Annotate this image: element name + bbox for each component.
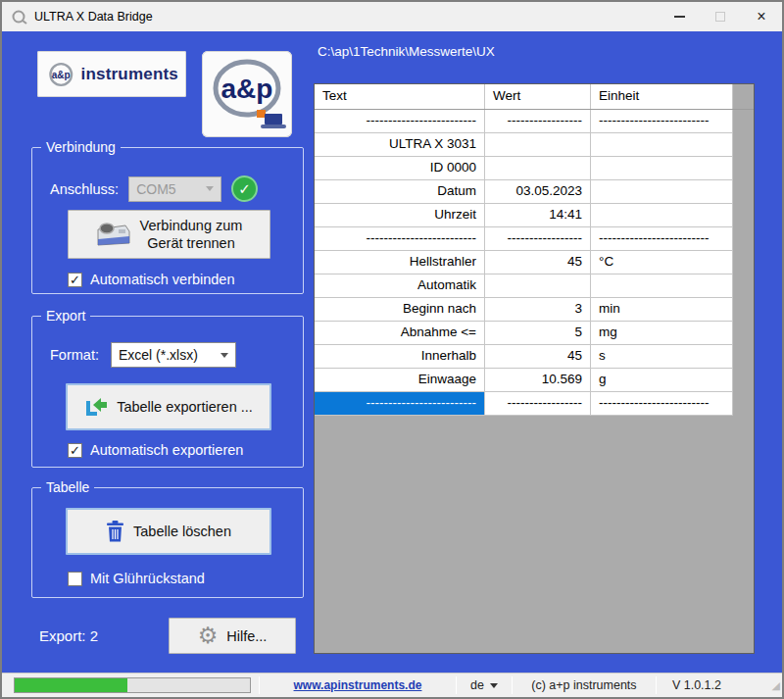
table-cell-wert[interactable]: 10.569 — [485, 369, 591, 392]
table-row: Abnahme <=5mg — [315, 322, 754, 345]
statusbar-divider — [512, 676, 513, 694]
table-cell-text[interactable]: Innerhalb — [315, 345, 485, 369]
chevron-down-icon — [220, 353, 228, 358]
statusbar-divider — [656, 676, 657, 694]
version-text: V 1.0.1.2 — [659, 678, 735, 692]
column-header-text[interactable]: Text — [315, 84, 485, 109]
resize-grip[interactable]: ◢ — [772, 679, 780, 692]
auto-connect-checkbox[interactable]: ✓ — [68, 273, 82, 287]
table-cell-einheit[interactable] — [591, 275, 733, 298]
help-button[interactable]: ⚙ Hilfe... — [169, 618, 296, 654]
measurement-table: Text Wert Einheit ----------------------… — [314, 83, 755, 654]
table-cell-wert[interactable]: 03.05.2023 — [485, 180, 591, 204]
close-button[interactable]: × — [741, 2, 782, 31]
table-cell-text[interactable]: Abnahme <= — [315, 322, 485, 345]
table-cell-einheit[interactable]: °C — [591, 251, 733, 275]
table-cell-einheit[interactable]: ------------------------- — [591, 227, 733, 251]
connection-status-icon: ✓ — [231, 175, 258, 202]
ap-ring-logo-icon: a&p — [45, 54, 77, 95]
table-row-filler — [733, 180, 754, 204]
export-table-button[interactable]: Tabelle exportieren ... — [66, 383, 271, 430]
table-cell-einheit[interactable] — [591, 157, 733, 180]
table-cell-einheit[interactable]: g — [591, 369, 733, 392]
brand-wordmark: instruments — [81, 65, 179, 84]
table-cell-text[interactable]: Beginn nach — [315, 298, 485, 322]
clear-table-button[interactable]: Tabelle löschen — [66, 508, 271, 555]
maximize-button[interactable] — [700, 2, 741, 31]
table-header-filler — [733, 84, 754, 109]
table-row: Einwaage10.569g — [315, 369, 754, 392]
gluh-checkbox[interactable] — [68, 572, 82, 586]
table-cell-text[interactable]: ------------------------- — [315, 227, 485, 251]
table-cell-wert[interactable]: ----------------- — [485, 227, 591, 251]
column-header-einheit[interactable]: Einheit — [591, 84, 733, 109]
format-select[interactable]: Excel (*.xlsx) — [111, 342, 236, 368]
table-row: ID 0000 — [315, 157, 754, 180]
table-cell-einheit[interactable]: mg — [591, 322, 733, 345]
maximize-icon — [715, 12, 725, 22]
table-row-filler — [733, 345, 754, 369]
svg-text:a&p: a&p — [221, 74, 273, 104]
table-cell-einheit[interactable]: min — [591, 298, 733, 322]
table-header: Text Wert Einheit — [315, 84, 754, 110]
table-cell-einheit[interactable]: ------------------------- — [591, 392, 733, 416]
table-cell-text[interactable]: ------------------------- — [315, 392, 485, 416]
table-cell-wert[interactable]: ----------------- — [485, 392, 591, 416]
statusbar-divider — [259, 676, 260, 694]
minimize-button[interactable] — [659, 2, 700, 31]
table-cell-text[interactable]: Hellstrahler — [315, 251, 485, 275]
table-cell-einheit[interactable]: s — [591, 345, 733, 369]
status-bar: www.apinstruments.de de (c) a+p instrume… — [2, 673, 782, 697]
table-cell-wert[interactable]: 3 — [485, 298, 591, 322]
table-cell-wert[interactable]: 14:41 — [485, 204, 591, 227]
group-verbindung: Verbindung Anschluss: COM5 ✓ Verbindung … — [31, 147, 304, 294]
table-cell-wert[interactable]: 45 — [485, 345, 591, 369]
table-cell-text[interactable]: Uhrzeit — [315, 204, 485, 227]
auto-export-checkbox[interactable]: ✓ — [68, 443, 82, 458]
table-row: Automatik — [315, 275, 754, 298]
table-row: ----------------------------------------… — [315, 227, 754, 251]
title-bar: ULTRA X Data Bridge × — [2, 2, 782, 31]
table-cell-einheit[interactable] — [591, 180, 733, 204]
table-cell-wert[interactable] — [485, 157, 591, 180]
com-port-value: COM5 — [136, 181, 175, 197]
com-port-select[interactable]: COM5 — [128, 176, 221, 202]
ap-instruments-logo: a&p instruments — [37, 51, 186, 97]
format-label: Format: — [50, 347, 99, 363]
table-row-filler — [733, 227, 754, 251]
progress-fill — [15, 678, 127, 692]
table-cell-text[interactable]: Einwaage — [315, 369, 485, 392]
table-cell-text[interactable]: Automatik — [315, 275, 485, 298]
table-cell-text[interactable]: Datum — [315, 180, 485, 204]
table-cell-text[interactable]: ID 0000 — [315, 157, 485, 180]
table-cell-text[interactable]: ------------------------- — [315, 110, 485, 133]
website-link[interactable]: www.apinstruments.de — [294, 678, 422, 692]
table-cell-wert[interactable]: 5 — [485, 322, 591, 345]
table-cell-wert[interactable] — [485, 275, 591, 298]
group-tabelle-label: Tabelle — [41, 479, 94, 495]
table-cell-einheit[interactable]: ------------------------- — [591, 110, 733, 133]
disconnect-button[interactable]: Verbindung zum Gerät trennen — [68, 210, 270, 259]
app-window: ULTRA X Data Bridge × a&p instruments a&… — [0, 0, 784, 699]
help-button-label: Hilfe... — [226, 628, 267, 644]
table-cell-wert[interactable]: ----------------- — [485, 110, 591, 133]
svg-text:a&p: a&p — [52, 69, 71, 79]
file-path: C:\ap\1Technik\Messwerte\UX — [318, 44, 495, 59]
column-header-wert[interactable]: Wert — [485, 84, 591, 109]
table-row-filler — [733, 275, 754, 298]
copyright-text: (c) a+p instruments — [514, 678, 654, 692]
table-cell-wert[interactable] — [485, 133, 591, 157]
export-table-button-label: Tabelle exportieren ... — [117, 398, 253, 416]
table-cell-text[interactable]: ULTRA X 3031 — [315, 133, 485, 157]
table-cell-einheit[interactable] — [591, 133, 733, 157]
auto-export-checkrow: ✓ Automatisch exportieren — [68, 442, 243, 458]
anschluss-label: Anschluss: — [50, 181, 119, 197]
minimize-icon — [674, 16, 685, 18]
format-value: Excel (*.xlsx) — [119, 347, 198, 363]
table-row-filler — [733, 322, 754, 345]
table-cell-einheit[interactable] — [591, 204, 733, 227]
trash-icon — [106, 521, 124, 542]
language-select[interactable]: de — [459, 678, 510, 692]
ap-large-logo: a&p — [202, 51, 292, 137]
table-cell-wert[interactable]: 45 — [485, 251, 591, 275]
